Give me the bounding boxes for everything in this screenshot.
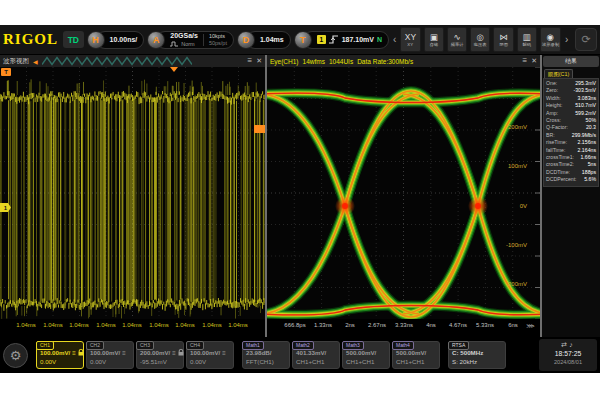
settings-button[interactable]: ⚙ [3,343,28,368]
toolbar-storage-button[interactable]: ▣ 存储 [424,27,444,52]
waveform-view-header[interactable]: 波形视图 ◀ ≡ ✕ [0,55,265,67]
toolbar-counter-button[interactable]: ∿ 频率计 [447,27,467,52]
delay-knob-button[interactable]: D [237,31,255,49]
waveform-menu-icon[interactable]: ≡ [247,57,252,65]
toolbar-scroll-left[interactable]: ‹ [392,35,397,45]
trigger-normal-flag: N [377,36,382,43]
clock-time: 18:57:25 [539,349,597,358]
lock-icon [178,349,184,356]
acquire-mode: Norm [181,40,194,48]
eye-y-label: 100mV [493,163,527,169]
math-card-math1[interactable]: Math1 23.98dB/ FFT(CH1) [242,341,290,369]
result-row: Height:510.7mV [546,102,596,109]
horizontal-control: H 10.00ns/ [87,31,145,49]
bw-limit-icon: ≡ [72,348,76,357]
trigger-level-value: 187.10mV [342,36,374,43]
waveform-plot[interactable]: T 1 [0,67,265,319]
memory-depth: 10kpts [209,33,227,40]
results-list: One:295.3mV Zero:-303.5mV Width:3.083ns … [543,78,599,187]
gear-icon: ⚙ [10,348,22,363]
timebase-value: 10.00ns/ [110,36,138,43]
voltmeter-icon: ◎ [476,32,483,42]
network-icon: ⇄ [561,341,569,348]
waveform-close-icon[interactable]: ✕ [256,57,262,65]
bottom-bar: ⚙ CH1 100.00mV/≡ 0.00V CH2 100.00mV/≡ 0.… [0,337,600,373]
trigger-mode-indicator[interactable]: TD [63,31,84,48]
trigger-control: T 1 187.10mV N [294,31,389,49]
overview-marker-icon: ◀ [33,58,38,65]
eye-diagram-icon: ⋈ [499,32,508,42]
waveform-canvas [0,67,265,319]
beeper-icon: ♪ [569,341,575,348]
result-row: crossTime1:1.66ns [546,154,596,161]
result-row: One:295.3mV [546,80,596,87]
waveform-overview-strip [42,56,192,66]
eye-y-label: 200mV [493,124,527,130]
waveform-x-axis: 1.04ms 1.04ms 1.04ms 1.04ms 1.04ms 1.04m… [0,319,265,337]
results-title[interactable]: 结果 [543,56,599,67]
toolbar-eye-button[interactable]: ⋈ 眼图 [493,27,513,52]
waveform-view-window: 波形视图 ◀ ≡ ✕ T 1 1.04ms 1.04ms 1.04ms 1.04… [0,55,265,337]
result-row: Cross:50% [546,117,596,124]
eye-x-axis: 666.8ps 1.33ns 2ns 2.67ns 3.33ns 4ns 4.6… [267,319,540,337]
trigger-pill[interactable]: 1 187.10mV N [303,31,389,49]
channel-card-ch3[interactable]: CH3 200.00mV/≡ -95.51mV [136,341,184,369]
math-card-math2[interactable]: Math2 401.33mV/ CH1+CH1 [292,341,340,369]
sample-rate: 20GSa/s [170,32,198,40]
top-toolbar: RIGOL TD H 10.00ns/ A 20GSa/s Norm [0,25,600,55]
eye-plot[interactable]: 200mV 100mV 0V -100mV -200mV [267,67,540,319]
channel-card-ch1[interactable]: CH1 100.00mV/≡ 0.00V [36,341,84,369]
delay-value: 1.04ms [260,36,284,43]
eye-y-label: -200mV [493,281,527,287]
math-card-math4[interactable]: Math4 500.00mV/ CH1+CH1 [392,341,440,369]
eye-wfms-count: 14wfms [303,58,325,65]
toolbar-voltmeter-button[interactable]: ◎ 电压表 [470,27,490,52]
toolbar-record-button[interactable]: ◉ 波形录制 [540,27,561,52]
oscilloscope-ui: RIGOL TD H 10.00ns/ A 20GSa/s Norm [0,25,600,373]
bw-limit-icon: ≡ [172,348,176,357]
refresh-icon: ⟳ [582,33,591,46]
result-row: DCDPercent:5.6% [546,176,596,183]
result-row: Amp:599.2mV [546,110,596,117]
eye-view-title: Eye(CH1) [270,58,299,65]
channel-card-ch4[interactable]: CH4 100.00mV/≡ 0.00V [186,341,234,369]
lock-icon [78,349,84,356]
acquire-knob-button[interactable]: A [147,31,165,49]
channel-card-ch2[interactable]: CH2 100.00mV/≡ 0.00V [86,341,134,369]
eye-view-header[interactable]: Eye(CH1) 14wfms 1044UIs Data Rate:300Mb/… [267,55,540,67]
toolbar-scroll-right[interactable]: › [564,35,569,45]
bw-limit-icon: ≡ [122,348,126,357]
eye-settings-icon[interactable]: ⋙ [526,322,535,329]
square-wave-icon [170,41,179,47]
eye-close-icon[interactable]: ✕ [531,57,537,65]
trigger-source-badge: 1 [317,35,326,44]
trigger-level-tag[interactable] [254,125,265,133]
main-area: 波形视图 ◀ ≡ ✕ T 1 1.04ms 1.04ms 1.04ms 1.04… [0,55,600,337]
result-row: crossTime2:5ns [546,161,596,168]
acquisition-control: A 20GSa/s Norm 10kpts 50ps/pt [147,31,234,49]
horizontal-knob-button[interactable]: H [87,31,105,49]
toolbar-xy-button[interactable]: XY XY [400,27,420,52]
math-card-math3[interactable]: Math3 500.00mV/ CH1+CH1 [342,341,390,369]
acquire-pill[interactable]: 20GSa/s Norm 10kpts 50ps/pt [156,31,234,49]
xy-icon: XY [405,32,416,42]
result-row: BR:299.9Mb/s [546,132,596,139]
eye-menu-icon[interactable]: ≡ [522,57,527,65]
eye-ui-count: 1044UIs [329,58,353,65]
results-tab-eye[interactable]: 眼图(C1) [544,69,573,78]
waveform-view-title: 波形视图 [3,57,29,66]
trigger-position-marker[interactable] [170,67,178,72]
status-area[interactable]: ⇄♪ 18:57:25 2024/08/01 [539,339,597,371]
refresh-button[interactable]: ⟳ [575,28,597,51]
result-row: Q-Factor:20.3 [546,124,596,131]
trigger-knob-button[interactable]: T [294,31,312,49]
result-row: DCDTime:188ps [546,169,596,176]
eye-y-label: 0V [493,203,527,209]
eye-view-window: Eye(CH1) 14wfms 1044UIs Data Rate:300Mb/… [267,55,540,337]
frequency-counter-icon: ∿ [453,32,460,42]
toolbar-decode-button[interactable]: ▥ 解码 [517,27,537,52]
trigger-time-tag[interactable]: T [1,68,11,76]
bw-limit-icon: ≡ [222,348,226,357]
result-row: riseTime:2.156ns [546,139,596,146]
rtsa-card[interactable]: RTSA C: 500MHz S: 20kHz [448,341,506,369]
